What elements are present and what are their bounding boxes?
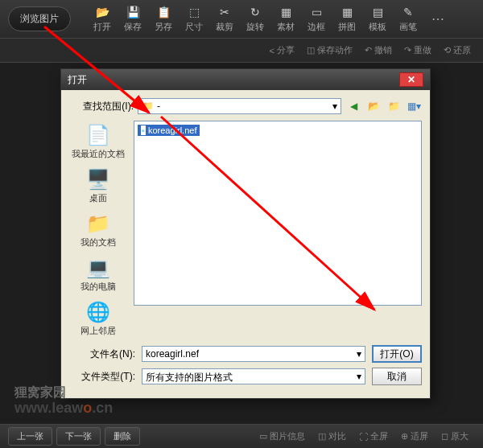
cancel-button[interactable]: 取消	[372, 368, 422, 385]
size-icon: ⬚	[187, 5, 201, 19]
undo-button[interactable]: ↶撤销	[365, 44, 392, 56]
saveas-icon: 📋	[156, 5, 171, 19]
tool-size[interactable]: ⬚尺寸	[185, 5, 203, 33]
tool-template[interactable]: ▤模板	[369, 5, 386, 33]
tool-border[interactable]: ▭边框	[308, 5, 325, 33]
share-button[interactable]: <分享	[270, 44, 295, 56]
open-file-dialog: 打开 ✕ 查找范围(I): 📁 - ▾ ◀ 📂 📁 ▦▾ 📄我最近的文档 🖥️桌…	[60, 68, 431, 399]
chevron-down-icon: ▾	[357, 371, 361, 382]
network-icon: 🌐	[85, 299, 111, 325]
restore-icon: ⟲	[444, 45, 451, 55]
file-item-selected[interactable]: ▪ koreagirl.nef	[138, 125, 200, 136]
restore-button[interactable]: ⟲还原	[444, 44, 471, 56]
image-info-button[interactable]: ▭图片信息	[259, 430, 305, 442]
close-button[interactable]: ✕	[399, 72, 423, 87]
computer-icon: 💻	[85, 255, 111, 281]
tool-brush[interactable]: ✎画笔	[399, 5, 417, 33]
tool-rotate[interactable]: ↻旋转	[246, 5, 264, 33]
dialog-titlebar[interactable]: 打开 ✕	[61, 69, 430, 90]
fullscreen-icon: ⛶	[359, 432, 368, 442]
fullscreen-button[interactable]: ⛶全屏	[359, 430, 388, 442]
prev-image-button[interactable]: 上一张	[8, 427, 52, 446]
browse-images-button[interactable]: 浏览图片	[8, 6, 71, 31]
recent-icon: 📄	[85, 122, 111, 148]
fit-screen-button[interactable]: ⊕适屏	[401, 430, 428, 442]
crop-icon: ✂	[217, 5, 232, 19]
sidebar-documents[interactable]: 📁我的文档	[79, 209, 118, 250]
image-file-icon: ▪	[141, 125, 146, 135]
main-toolbar: 浏览图片 📂打开 💾保存 📋另存 ⬚尺寸 ✂裁剪 ↻旋转 ▦素材 ▭边框 ▦拼图…	[0, 0, 483, 39]
template-icon: ▤	[370, 5, 385, 19]
open-button[interactable]: 打开(O)	[372, 345, 422, 363]
new-folder-button[interactable]: 📁	[386, 98, 402, 114]
material-icon: ▦	[279, 5, 293, 19]
tool-open[interactable]: 📂打开	[93, 5, 111, 33]
dialog-title-text: 打开	[68, 73, 87, 87]
sidebar-network[interactable]: 🌐网上邻居	[79, 298, 118, 339]
close-icon: ✕	[407, 74, 415, 85]
info-icon: ▭	[259, 431, 267, 442]
filetype-label: 文件类型(T):	[69, 370, 135, 384]
compare-icon: ◫	[318, 431, 326, 442]
save-icon: 💾	[126, 5, 140, 19]
view-mode-button[interactable]: ▦▾	[406, 98, 422, 114]
save-action-button[interactable]: ◫保存动作	[307, 44, 353, 56]
lookup-label: 查找范围(I):	[69, 100, 134, 113]
more-tools[interactable]: ⋯	[431, 11, 444, 27]
fit-icon: ⊕	[401, 431, 408, 442]
places-sidebar: 📄我最近的文档 🖥️桌面 📁我的文档 💻我的电脑 🌐网上邻居	[69, 121, 127, 339]
next-image-button[interactable]: 下一张	[56, 427, 101, 446]
sidebar-desktop[interactable]: 🖥️桌面	[84, 165, 113, 206]
disk-icon: ◫	[307, 45, 315, 55]
rotate-icon: ↻	[248, 5, 262, 19]
file-list[interactable]: ▪ koreagirl.nef	[134, 121, 422, 306]
desktop-icon: 🖥️	[85, 166, 111, 192]
chevron-down-icon: ▾	[357, 348, 361, 360]
sub-toolbar: <分享 ◫保存动作 ↶撤销 ↷重做 ⟲还原	[0, 39, 483, 63]
redo-icon: ↷	[404, 45, 411, 55]
sidebar-computer[interactable]: 💻我的电脑	[79, 253, 118, 294]
folder-icon: 📁	[142, 101, 154, 112]
sidebar-recent[interactable]: 📄我最近的文档	[70, 121, 126, 162]
up-button[interactable]: 📂	[365, 98, 382, 114]
delete-button[interactable]: 删除	[105, 427, 140, 446]
documents-icon: 📁	[85, 211, 111, 236]
undo-icon: ↶	[365, 45, 372, 55]
origsize-icon: ◻	[441, 431, 448, 442]
compare-button[interactable]: ◫对比	[318, 430, 346, 442]
redo-button[interactable]: ↷重做	[404, 44, 431, 56]
filename-input[interactable]: koreagirl.nef▾	[142, 346, 365, 362]
filetype-select[interactable]: 所有支持的图片格式▾	[142, 368, 365, 384]
back-button[interactable]: ◀	[345, 98, 361, 114]
tool-material[interactable]: ▦素材	[277, 5, 295, 33]
chevron-down-icon: ▾	[332, 101, 337, 112]
open-icon: 📂	[95, 5, 109, 19]
tool-crop[interactable]: ✂裁剪	[216, 5, 233, 33]
tool-collage[interactable]: ▦拼图	[338, 5, 356, 33]
folder-select[interactable]: 📁 - ▾	[138, 98, 341, 114]
brush-icon: ✎	[401, 5, 415, 19]
tool-save[interactable]: 💾保存	[124, 5, 142, 33]
tool-saveas[interactable]: 📋另存	[155, 5, 172, 33]
collage-icon: ▦	[340, 5, 354, 19]
filename-label: 文件名(N):	[69, 347, 135, 361]
original-size-button[interactable]: ◻原大	[441, 430, 469, 442]
bottom-bar: 上一张 下一张 删除 ▭图片信息 ◫对比 ⛶全屏 ⊕适屏 ◻原大	[0, 424, 483, 448]
border-icon: ▭	[309, 5, 324, 19]
share-icon: <	[270, 46, 275, 55]
